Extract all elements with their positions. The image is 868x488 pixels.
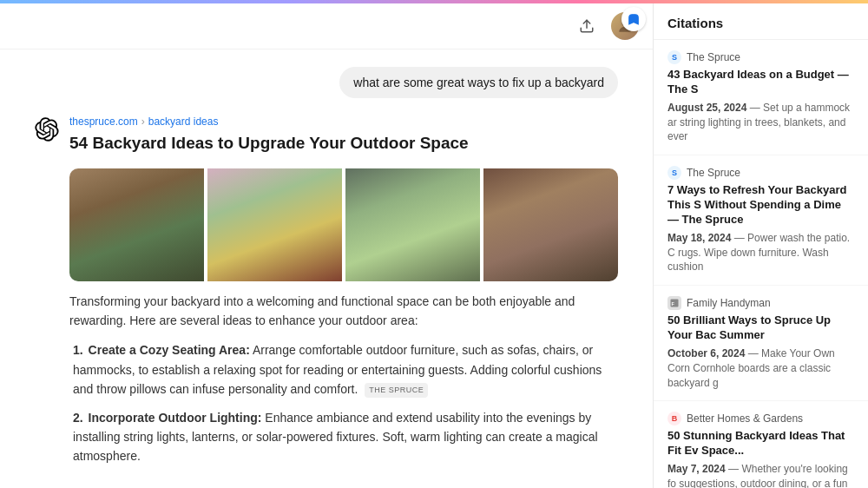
citation-2-favicon: S	[667, 166, 681, 180]
source-link[interactable]: thespruce.com › backyard ideas	[69, 115, 618, 128]
item-2-title: Incorporate Outdoor Lighting:	[89, 411, 262, 425]
citation-1-favicon: S	[667, 50, 681, 64]
citation-4-source-row: B Better Homes & Gardens	[667, 412, 854, 425]
upload-button[interactable]	[573, 12, 601, 40]
citations-header: Citations	[654, 3, 868, 40]
citation-4-title: 50 Stunning Backyard Ideas That Fit Ev S…	[667, 429, 854, 458]
list-item: 2. Incorporate Outdoor Lighting: Enhance…	[69, 408, 618, 466]
item-2-number: 2.	[73, 411, 83, 425]
user-message-text: what are some great ways to fix up a bac…	[353, 76, 604, 89]
description-text: Transforming your backyard into a welcom…	[69, 292, 618, 331]
citation-2-snippet: May 18, 2024 — Power wash the patio. C r…	[667, 231, 854, 274]
backyard-image-1	[69, 168, 204, 281]
citation-3-title: 50 Brilliant Ways to Spruce Up Your Bac …	[667, 313, 854, 343]
citation-item-3[interactable]: F Family Handyman 50 Brilliant Ways to S…	[654, 286, 868, 401]
citation-4-favicon: B	[667, 412, 681, 425]
citation-3-snippet: October 6, 2024 — Make Your Own Corn Cor…	[667, 346, 854, 390]
source-path[interactable]: backyard ideas	[148, 115, 219, 128]
backyard-image-4	[483, 168, 618, 281]
citation-item-4[interactable]: B Better Homes & Gardens 50 Stunning Bac…	[654, 401, 868, 488]
citation-4-snippet: May 7, 2024 — Whether you're looking fo …	[667, 462, 854, 488]
backyard-image-3	[345, 168, 480, 281]
backyard-image-2	[207, 168, 342, 281]
citation-1-source: The Spruce	[687, 51, 740, 63]
citation-item-1[interactable]: S The Spruce 43 Backyard Ideas on a Budg…	[654, 40, 868, 155]
citation-1-snippet: August 25, 2024 — Set up a hammock ar st…	[667, 101, 854, 144]
citation-4-source: Better Homes & Gardens	[687, 412, 803, 425]
ai-content: thespruce.com › backyard ideas 54 Backya…	[69, 115, 618, 475]
chat-area: what are some great ways to fix up a bac…	[0, 0, 653, 488]
citation-1-title: 43 Backyard Ideas on a Budget — The S	[667, 68, 854, 97]
chat-header	[0, 3, 653, 49]
result-title: 54 Backyard Ideas to Upgrade Your Outdoo…	[69, 133, 469, 155]
citation-2-title: 7 Ways to Refresh Your Backyard This S W…	[667, 183, 854, 228]
citation-2-source: The Spruce	[687, 167, 740, 179]
user-bubble: what are some great ways to fix up a bac…	[339, 67, 618, 98]
top-gradient-bar	[0, 0, 868, 3]
citation-3-favicon: F	[667, 296, 681, 310]
ai-response-row: thespruce.com › backyard ideas 54 Backya…	[35, 115, 618, 475]
citation-2-source-row: S The Spruce	[667, 166, 854, 180]
ai-icon	[35, 117, 59, 142]
tips-list: 1. Create a Cozy Seating Area: Arrange c…	[69, 340, 618, 465]
list-item: 1. Create a Cozy Seating Area: Arrange c…	[69, 340, 618, 399]
item-1-badge: THE SPRUCE	[365, 383, 428, 397]
chat-messages: what are some great ways to fix up a bac…	[0, 49, 653, 488]
citations-sidebar: Citations S The Spruce 43 Backyard Ideas…	[653, 0, 868, 488]
source-domain[interactable]: thespruce.com	[69, 115, 138, 128]
citation-1-source-row: S The Spruce	[667, 50, 854, 64]
item-1-number: 1.	[73, 343, 83, 357]
citation-item-2[interactable]: S The Spruce 7 Ways to Refresh Your Back…	[654, 155, 868, 286]
citation-3-source: Family Handyman	[687, 297, 771, 309]
user-message-row: what are some great ways to fix up a bac…	[35, 67, 618, 98]
citation-3-source-row: F Family Handyman	[667, 296, 854, 310]
images-grid	[69, 168, 618, 281]
item-1-title: Create a Cozy Seating Area:	[89, 343, 250, 357]
